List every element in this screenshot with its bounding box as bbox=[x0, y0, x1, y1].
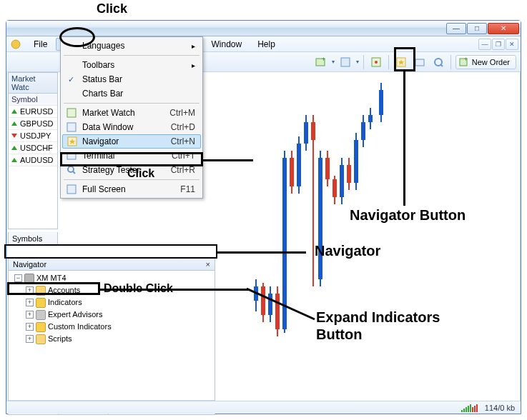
dd-terminal-shortcut: Ctrl+T bbox=[172, 151, 195, 161]
new-order-icon: + bbox=[459, 57, 469, 67]
menu-file[interactable]: File bbox=[26, 38, 54, 51]
full-screen-icon bbox=[65, 183, 78, 196]
dd-status-bar[interactable]: Status Bar bbox=[62, 72, 201, 86]
dd-languages-label: Languages bbox=[82, 41, 124, 51]
mdi-minimize[interactable]: — bbox=[478, 39, 491, 50]
dd-strategy-tester[interactable]: Strategy Tester Ctrl+R bbox=[62, 163, 201, 177]
market-watch-tab-symbols[interactable]: Symbols bbox=[8, 232, 58, 246]
func-icon bbox=[36, 322, 46, 332]
navigator-title: Navigator × bbox=[9, 259, 215, 271]
market-watch-title: Market Watc bbox=[9, 73, 57, 94]
up-arrow-icon bbox=[11, 146, 17, 150]
symbol-label: EURUSD bbox=[20, 107, 53, 116]
connection-status-icon bbox=[461, 404, 478, 412]
expand-icon[interactable]: + bbox=[26, 335, 34, 343]
symbol-label: GBPUSD bbox=[20, 119, 53, 128]
dd-market-watch-shortcut: Ctrl+M bbox=[169, 108, 195, 118]
svg-rect-17 bbox=[67, 153, 76, 159]
dd-data-window-shortcut: Ctrl+D bbox=[171, 122, 195, 132]
server-icon bbox=[24, 274, 34, 284]
market-watch-header: Symbol bbox=[9, 94, 57, 106]
expand-icon[interactable]: + bbox=[26, 311, 34, 319]
menu-help[interactable]: Help bbox=[250, 38, 282, 51]
expand-icon[interactable]: + bbox=[26, 323, 34, 331]
dd-charts-bar-label: Charts Bar bbox=[82, 89, 123, 99]
tree-item-expert-advisors[interactable]: +Expert Advisors bbox=[11, 309, 212, 321]
tb-strategy-tester-icon[interactable] bbox=[430, 54, 446, 70]
folder-icon bbox=[36, 334, 46, 344]
dd-full-screen[interactable]: Full Screen F11 bbox=[62, 182, 201, 196]
mdi-restore[interactable]: ❐ bbox=[492, 39, 505, 50]
market-watch-row[interactable]: AUDUSD bbox=[9, 154, 57, 166]
titlebar: — □ ✕ bbox=[6, 21, 521, 36]
mdi-controls: — ❐ ✕ bbox=[478, 39, 521, 50]
svg-text:+: + bbox=[464, 57, 468, 63]
dd-data-window-label: Data Window bbox=[82, 122, 133, 132]
svg-point-18 bbox=[68, 166, 74, 172]
svg-line-10 bbox=[440, 64, 443, 66]
chart-canvas bbox=[218, 72, 519, 401]
market-watch-row[interactable]: USDCHF bbox=[9, 142, 57, 154]
tree-root[interactable]: − XM MT4 bbox=[11, 272, 212, 284]
dd-languages[interactable]: Languages ▸ bbox=[62, 39, 201, 53]
dd-separator bbox=[64, 55, 200, 56]
tb-profiles-icon[interactable] bbox=[338, 54, 353, 70]
tb-terminal-icon[interactable] bbox=[412, 54, 428, 70]
tree-item-indicators[interactable]: +Indicators bbox=[11, 296, 212, 309]
dd-charts-bar[interactable]: Charts Bar bbox=[62, 86, 201, 101]
svg-rect-20 bbox=[67, 185, 76, 194]
dd-strategy-tester-shortcut: Ctrl+R bbox=[171, 165, 195, 175]
tb-market-watch-icon[interactable] bbox=[368, 54, 384, 70]
svg-rect-13 bbox=[67, 109, 76, 117]
expand-icon[interactable]: + bbox=[26, 299, 34, 306]
dd-data-window[interactable]: Data Window Ctrl+D bbox=[62, 120, 201, 134]
market-watch-row[interactable]: EURUSD bbox=[9, 106, 57, 118]
market-watch-row[interactable]: USDJPY bbox=[9, 130, 57, 142]
navigator-close-icon[interactable]: × bbox=[206, 260, 210, 269]
tree-item-label: Custom Indicators bbox=[48, 321, 112, 333]
symbol-label: USDJPY bbox=[20, 131, 51, 140]
expand-icon[interactable]: + bbox=[26, 286, 34, 294]
up-arrow-icon bbox=[11, 121, 17, 126]
tb-navigator-icon[interactable] bbox=[393, 54, 409, 70]
minimize-button[interactable]: — bbox=[446, 23, 466, 34]
statusbar: 114/0 kb bbox=[6, 401, 521, 414]
svg-text:+: + bbox=[322, 56, 325, 63]
menu-window[interactable]: Window bbox=[205, 38, 250, 51]
close-button[interactable]: ✕ bbox=[488, 23, 519, 34]
tree-item-custom-indicators[interactable]: +Custom Indicators bbox=[11, 321, 212, 333]
dd-navigator-label: Navigator bbox=[82, 136, 119, 146]
dd-toolbars-label: Toolbars bbox=[82, 60, 114, 70]
market-watch-row[interactable]: GBPUSD bbox=[9, 118, 57, 130]
dd-market-watch[interactable]: Market Watch Ctrl+M bbox=[62, 106, 201, 120]
tree-item-label: Accounts bbox=[48, 284, 80, 296]
mdi-close[interactable]: ✕ bbox=[506, 39, 518, 50]
svg-rect-8 bbox=[415, 59, 424, 66]
tree-item-scripts[interactable]: +Scripts bbox=[11, 333, 212, 345]
annotation-click-view: Click bbox=[97, 1, 127, 16]
navigator-icon bbox=[66, 135, 79, 148]
expand-icon[interactable]: − bbox=[14, 274, 22, 282]
tb-new-order-button[interactable]: + New Order bbox=[455, 55, 516, 69]
app-icon bbox=[9, 38, 22, 51]
svg-line-19 bbox=[73, 171, 75, 174]
dd-toolbars[interactable]: Toolbars ▸ bbox=[62, 58, 201, 72]
dd-terminal[interactable]: Terminal Ctrl+T bbox=[62, 149, 201, 163]
maximize-button[interactable]: □ bbox=[467, 23, 487, 34]
chart-area[interactable] bbox=[218, 72, 519, 401]
navigator-title-text: Navigator bbox=[13, 260, 46, 269]
symbol-label: AUDUSD bbox=[20, 156, 53, 164]
navigator-tree: − XM MT4 +Accounts+Indicators+Expert Adv… bbox=[9, 271, 215, 346]
symbol-label: USDCHF bbox=[20, 144, 53, 152]
market-watch-panel: Market Watc Symbol EURUSDGBPUSDUSDJPYUSD… bbox=[8, 72, 58, 229]
tree-item-accounts[interactable]: +Accounts bbox=[11, 284, 212, 296]
svg-rect-3 bbox=[341, 58, 350, 66]
down-arrow-icon bbox=[11, 134, 17, 138]
dd-full-screen-shortcut: F11 bbox=[180, 184, 195, 194]
up-arrow-icon bbox=[11, 158, 17, 162]
tb-new-chart-icon[interactable]: + bbox=[313, 54, 329, 70]
dd-navigator[interactable]: Navigator Ctrl+N bbox=[62, 134, 201, 149]
tree-item-label: Indicators bbox=[48, 296, 82, 309]
market-watch-icon bbox=[65, 106, 78, 119]
dd-strategy-tester-label: Strategy Tester bbox=[82, 165, 139, 175]
